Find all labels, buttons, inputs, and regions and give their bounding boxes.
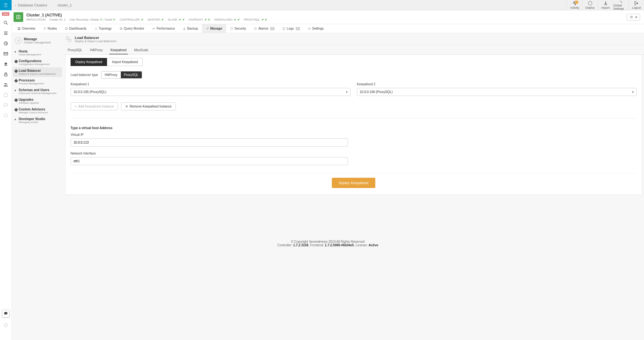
tab-backup[interactable]: Backup	[179, 24, 202, 33]
svg-rect-26	[283, 27, 285, 30]
lb-type-proxysql[interactable]: ProxySQL	[121, 71, 142, 78]
svg-point-7	[6, 83, 7, 84]
tab-query-monitor[interactable]: Query Monitor	[116, 24, 148, 33]
keepalived1-select[interactable]: 10.0.0.105 (ProxySQL) ▾	[71, 88, 351, 96]
vip-input[interactable]	[71, 138, 348, 146]
tab-alarms[interactable]: Alarms0	[250, 24, 278, 33]
cluster-bar: Cluster_1 (ACTIVE) REPLICATION Cluster I…	[12, 10, 644, 24]
sidebar-item-developer-studio[interactable]: Developer StudioManaging scripts	[13, 116, 62, 125]
svg-rect-15	[19, 27, 20, 28]
lock-icon[interactable]	[3, 72, 8, 77]
top-header: ‹ Database Clusters cluster_1 Activity D…	[0, 0, 644, 10]
notification-badge	[575, 1, 578, 4]
plugin-icon[interactable]	[3, 61, 8, 67]
lb-type-haproxy[interactable]: HAProxy	[101, 71, 120, 78]
auto-recovery: Auto Recovery: Cluster ↻ / Node ↻	[69, 18, 116, 21]
import-button[interactable]: Import	[598, 0, 613, 10]
add-keepalived-button[interactable]: +Add Keepalived Instance	[71, 102, 118, 110]
keepalived2-select[interactable]: 10.0.0.106 (ProxySQL) ▾	[357, 88, 637, 96]
breadcrumb-parent[interactable]: Database Clusters	[18, 3, 47, 7]
iface-label: Network Interface	[71, 152, 348, 155]
tab-performance[interactable]: Performance	[148, 24, 179, 33]
form-subtitle: Deploy & Import Load Balancers	[75, 40, 117, 43]
deploy-tabs: Deploy Keepalived Import Keepalived	[71, 58, 637, 66]
tabs-bar: Overview Nodes Dashboards Topology Query…	[12, 24, 644, 33]
power-icon[interactable]	[3, 323, 8, 328]
tab-settings[interactable]: Settings	[304, 24, 328, 33]
logo[interactable]	[0, 0, 12, 10]
deploy-button[interactable]: Deploy	[582, 0, 598, 10]
footer: © Copyright Severalnines 2019 All Rights…	[12, 201, 644, 253]
svg-point-0	[620, 1, 621, 2]
users-icon[interactable]	[3, 82, 8, 87]
form-tab-maxscale[interactable]: MaxScale	[133, 47, 150, 54]
mail-icon[interactable]	[3, 51, 8, 56]
sidebar-item-processes[interactable]: ProcessesProcess Management	[13, 77, 62, 87]
cluster-id: Cluster ID: 1	[49, 18, 65, 21]
status-haproxy: HAPROXY: ✔ ✔	[189, 18, 211, 21]
sidebar-item-schemas[interactable]: Schemas and UsersUsers and Schema Manage…	[13, 87, 62, 96]
sidebar-item-configurations[interactable]: ConfigurationsConfiguration Management	[13, 58, 62, 67]
icon-sidebar: new	[0, 10, 12, 340]
form-tab-haproxy[interactable]: HAProxy	[89, 47, 104, 54]
chart-icon[interactable]	[3, 41, 8, 46]
form-area: Load Balancer Deploy & Import Load Balan…	[63, 33, 644, 201]
search-icon[interactable]	[3, 20, 8, 25]
deploy-keepalived-tab[interactable]: Deploy Keepalived	[71, 58, 107, 66]
vhost-title: Type a virtual host Address	[71, 126, 637, 130]
form-tab-proxysql[interactable]: ProxySQL	[66, 47, 84, 54]
book-icon[interactable]	[3, 92, 8, 98]
top-actions: Activity Deploy Import Global Settings L…	[567, 0, 644, 10]
svg-point-9	[4, 114, 7, 118]
status-controller: CONTROLLER: ✔	[120, 18, 144, 21]
cluster-menu-button[interactable]: ▾	[627, 14, 640, 21]
cluster-name: Cluster_1 (ACTIVE)	[26, 13, 267, 17]
cluster-status-icon	[14, 12, 23, 22]
form-tab-keepalived[interactable]: Keepalived	[109, 47, 128, 54]
form-content: Deploy Keepalived Import Keepalived Load…	[65, 55, 642, 195]
tab-security[interactable]: Security	[226, 24, 250, 33]
caret-down-icon: ▾	[346, 90, 348, 94]
activity-button[interactable]: Activity	[567, 0, 582, 10]
deploy-keepalived-button[interactable]: Deploy Keepalived	[332, 178, 376, 188]
svg-point-27	[309, 28, 310, 29]
form-tabs: ProxySQL HAProxy Keepalived MaxScale	[63, 45, 644, 55]
vip-label: Virtual IP	[71, 133, 348, 137]
svg-point-6	[5, 83, 6, 84]
sidebar-item-upgrades[interactable]: UpgradesSoftware upgrade	[13, 96, 62, 106]
import-keepalived-tab[interactable]: Import Keepalived	[107, 58, 143, 66]
help-icon[interactable]	[3, 113, 8, 118]
status-master: MASTER: ✔	[148, 18, 164, 21]
logout-button[interactable]: Logout	[629, 0, 644, 10]
list-icon[interactable]	[3, 31, 8, 36]
manage-icon: ⟳	[15, 37, 22, 44]
tab-topology[interactable]: Topology	[91, 24, 116, 33]
tab-nodes[interactable]: Nodes	[39, 24, 61, 33]
cluster-title: Cluster_1 (ACTIVE) REPLICATION Cluster I…	[26, 13, 267, 21]
chevron-left-icon[interactable]: ‹	[15, 3, 16, 7]
svg-point-1	[621, 2, 622, 3]
svg-rect-5	[5, 74, 7, 76]
caret-down-icon: ▾	[632, 90, 634, 94]
chat-bubble-button[interactable]	[2, 310, 10, 317]
global-settings-button[interactable]: Global Settings	[613, 0, 629, 10]
tab-overview[interactable]: Overview	[14, 24, 39, 33]
comment-icon[interactable]	[3, 103, 8, 108]
tab-dashboards[interactable]: Dashboards	[61, 24, 91, 33]
remove-keepalived-button[interactable]: ✕Remove Keepalived Instance	[121, 102, 176, 110]
keepalived2-label: Keepalived 2	[357, 82, 637, 86]
tab-manage[interactable]: Manage	[202, 24, 226, 33]
lb-type-selector: HAProxy ProxySQL	[101, 71, 142, 79]
side-menu: ⟳ Manage Cluster management HostsHosts M…	[12, 33, 63, 201]
plus-icon: +	[75, 105, 77, 108]
breadcrumb-current: cluster_1	[57, 3, 72, 7]
svg-point-29	[68, 39, 71, 42]
tab-logs[interactable]: Logs0	[278, 24, 304, 33]
iface-input[interactable]	[71, 157, 348, 165]
sidebar-item-load-balancer[interactable]: Load BalancerDeploy & Import Load Balanc…	[13, 67, 62, 77]
svg-point-28	[66, 37, 69, 40]
sidebar-item-custom-advisors[interactable]: Custom AdvisorsManage Custom Advisors	[13, 106, 62, 116]
cluster-type: REPLICATION	[26, 18, 45, 21]
footer-copy: © Copyright Severalnines 2019 All Rights…	[12, 240, 644, 243]
sidebar-item-hosts[interactable]: HostsHosts Management	[13, 48, 62, 58]
